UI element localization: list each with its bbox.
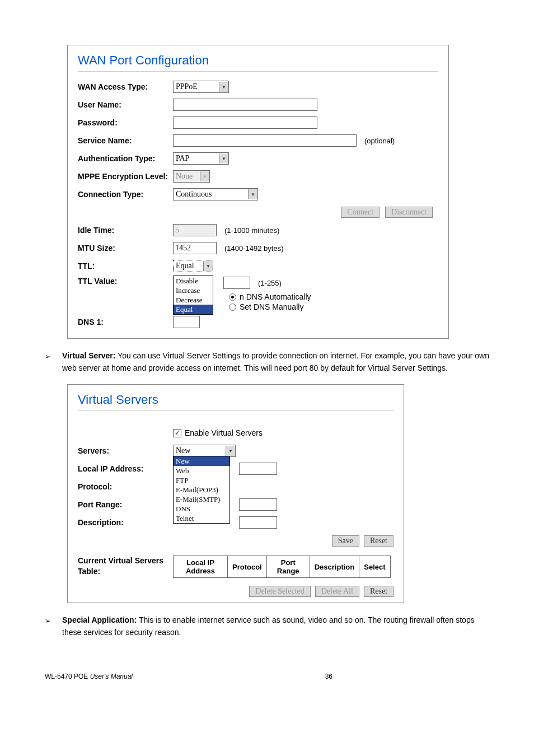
footer-page: 36 (325, 673, 332, 680)
mppe-label: MPPE Encryption Level: (78, 172, 173, 181)
delete-all-button[interactable]: Delete All (315, 586, 359, 597)
idle-time-label: Idle Time: (78, 226, 173, 235)
servers-option[interactable]: DNS (174, 504, 229, 514)
description-input[interactable] (239, 516, 277, 529)
bullet-icon: ➢ (45, 351, 51, 374)
col-description: Description (310, 556, 359, 578)
port-range-label: Port Range: (78, 500, 173, 509)
servers-option[interactable]: FTP (174, 475, 229, 485)
servers-option[interactable]: New (174, 456, 229, 466)
sa-heading: Special Application: (62, 615, 137, 624)
vs-heading: Virtual Server: (62, 351, 115, 360)
ttl-option[interactable]: Equal (174, 305, 213, 314)
mtu-input[interactable] (173, 242, 217, 254)
footer-um: User's Manual (90, 673, 133, 680)
ttl-label: TTL: (78, 262, 173, 270)
col-local-ip: Local IP Address (174, 556, 228, 578)
dropdown-arrow-icon: ▼ (219, 153, 228, 164)
connect-button[interactable]: Connect (341, 207, 380, 218)
user-name-input[interactable] (173, 99, 317, 111)
reset-button[interactable]: Reset (364, 535, 394, 547)
servers-dropdown-list[interactable]: New Web FTP E-Mail(POP3) E-Mail(SMTP) DN… (173, 456, 230, 524)
vs-body: You can use Virtual Server Settings to p… (62, 351, 489, 372)
idle-time-hint: (1-1000 minutes) (224, 226, 279, 235)
local-ip-input[interactable] (239, 463, 277, 475)
wan-access-type-select[interactable]: PPPoE ▼ (173, 81, 229, 93)
cvt-table: Local IP Address Protocol Port Range Des… (173, 556, 391, 578)
servers-option[interactable]: Telnet (174, 514, 229, 523)
ttl-value-input[interactable] (223, 277, 250, 289)
cvt-title: Current Virtual Servers Table: (78, 556, 173, 576)
dropdown-arrow-icon: ▼ (248, 189, 257, 199)
user-name-label: User Name: (78, 100, 173, 109)
dropdown-arrow-icon: ▼ (226, 446, 235, 456)
dropdown-arrow-icon: ▼ (219, 82, 228, 92)
auth-type-select[interactable]: PAP ▼ (173, 152, 229, 165)
enable-vs-checkbox[interactable]: ✓ (173, 429, 181, 437)
col-port-range: Port Range (266, 556, 310, 578)
servers-option[interactable]: E-Mail(POP3) (174, 485, 229, 494)
col-select: Select (359, 556, 390, 578)
footer-model: WL-5470 POE (45, 673, 90, 680)
dns-auto-label: n DNS Automatically (240, 292, 311, 301)
ttl-value-label: TTL Value: (78, 277, 173, 286)
special-application-paragraph: ➢ Special Application: This is to enable… (45, 614, 489, 638)
conn-type-select[interactable]: Continuous ▼ (173, 188, 258, 200)
dns-auto-radio[interactable] (229, 293, 236, 301)
mppe-select: None ▼ (173, 170, 210, 183)
reset2-button[interactable]: Reset (364, 586, 394, 597)
bullet-icon: ➢ (45, 615, 51, 638)
port-range-input[interactable] (239, 498, 277, 511)
wan-access-type-label: WAN Access Type: (78, 82, 173, 91)
page-footer: WL-5470 POE User's Manual 36 (45, 673, 489, 697)
virtual-server-paragraph: ➢ Virtual Server: You can use Virtual Se… (45, 350, 489, 374)
col-protocol: Protocol (228, 556, 267, 578)
ttl-dropdown-list[interactable]: Disable Increase Decrease Equal (173, 276, 213, 315)
dns-manual-label: Set DNS Manually (240, 302, 303, 311)
dns-manual-radio[interactable] (229, 304, 236, 311)
ttl-select[interactable]: Equal ▼ (173, 260, 213, 272)
service-name-label: Service Name: (78, 136, 173, 145)
mtu-hint: (1400-1492 bytes) (224, 244, 284, 253)
description-label: Description: (78, 518, 173, 527)
servers-label: Servers: (78, 446, 173, 455)
dropdown-arrow-icon: ▼ (200, 171, 209, 181)
wan-panel: WAN Port Configuration WAN Access Type: … (67, 45, 449, 339)
virtual-servers-panel: Virtual Servers ✓ Enable Virtual Servers… (67, 384, 404, 603)
wan-panel-title: WAN Port Configuration (78, 53, 438, 72)
vs-panel-title: Virtual Servers (78, 393, 394, 411)
dns1-input[interactable] (173, 316, 200, 328)
servers-option[interactable]: Web (174, 466, 229, 475)
mtu-label: MTU Size: (78, 244, 173, 253)
auth-type-label: Authentication Type: (78, 154, 173, 164)
ttl-option[interactable]: Decrease (174, 295, 213, 305)
protocol-label: Protocol: (78, 482, 173, 491)
dropdown-arrow-icon: ▼ (203, 261, 213, 271)
dns1-label: DNS 1: (78, 318, 173, 326)
password-input[interactable] (173, 116, 317, 129)
ttl-option[interactable]: Increase (174, 286, 213, 295)
conn-type-label: Connection Type: (78, 190, 173, 199)
password-label: Password: (78, 118, 173, 127)
disconnect-button[interactable]: Disconnect (385, 207, 433, 218)
service-name-input[interactable] (173, 134, 357, 147)
local-ip-label: Local IP Address: (78, 464, 173, 473)
servers-option[interactable]: E-Mail(SMTP) (174, 494, 229, 504)
servers-select[interactable]: New ▼ (173, 445, 236, 457)
delete-selected-button[interactable]: Delete Selected (249, 586, 310, 597)
ttl-option[interactable]: Disable (174, 276, 213, 286)
save-button[interactable]: Save (332, 535, 359, 547)
idle-time-input (173, 224, 217, 236)
enable-vs-label: Enable Virtual Servers (185, 428, 263, 437)
service-name-hint: (optional) (364, 137, 395, 145)
ttl-value-hint: (1-255) (258, 279, 282, 287)
